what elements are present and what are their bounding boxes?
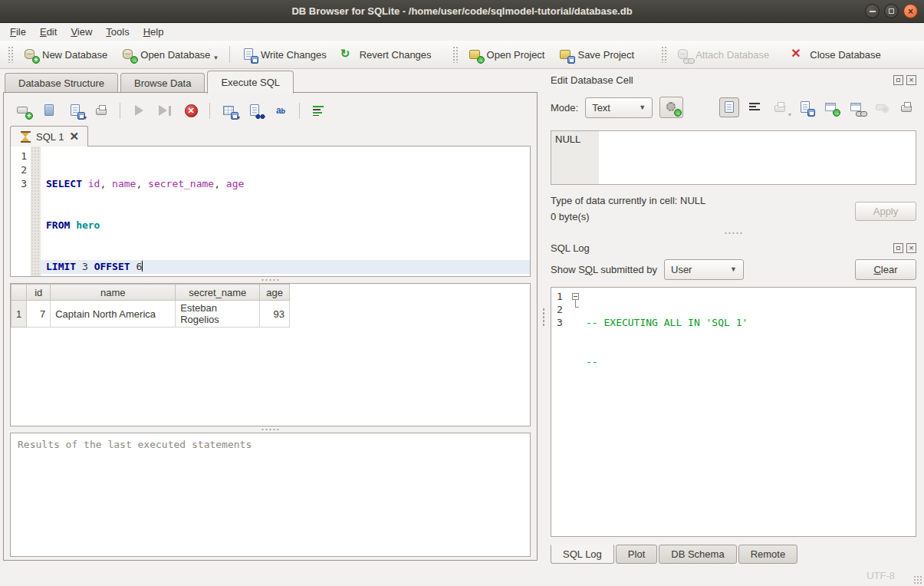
- mode-select[interactable]: Text▼: [585, 97, 653, 118]
- print-sql-button[interactable]: [91, 100, 111, 120]
- sql-tab-label: SQL 1: [36, 131, 64, 143]
- editor-fold-margin: [31, 146, 41, 276]
- toolbar-handle[interactable]: [661, 46, 666, 63]
- menu-tools[interactable]: Tools: [99, 25, 136, 39]
- cell-name[interactable]: Captain North America: [51, 301, 176, 328]
- column-header-age[interactable]: age: [260, 285, 290, 301]
- minimize-button[interactable]: [865, 4, 880, 18]
- menu-edit[interactable]: Edit: [33, 25, 64, 39]
- splitter-editor-results[interactable]: [10, 277, 531, 283]
- statusbar: UTF-8: [0, 565, 924, 586]
- column-header-secret-name[interactable]: secret_name: [176, 285, 260, 301]
- tab-plot[interactable]: Plot: [616, 545, 657, 564]
- open-file-icon: [42, 104, 56, 117]
- log-filter-select[interactable]: User▼: [664, 259, 744, 280]
- sql-1-tab[interactable]: SQL 1 ✕: [10, 126, 88, 146]
- cell-edit-area[interactable]: [599, 131, 916, 184]
- autocomplete-icon: ab: [276, 104, 285, 117]
- tab-remote[interactable]: Remote: [738, 545, 798, 564]
- cell-value-editor[interactable]: NULL: [551, 130, 916, 185]
- log-line: -- EXECUTING ALL IN 'SQL 1': [583, 316, 916, 329]
- sql-editor: 1 2 3 SELECT id, name, secret_name, age …: [10, 146, 531, 277]
- column-header-name[interactable]: name: [51, 285, 176, 301]
- open-sql-file-button[interactable]: [39, 100, 59, 120]
- open-external-button[interactable]: [820, 97, 840, 117]
- save-file-icon: ▾: [68, 104, 82, 117]
- cell-age[interactable]: 93: [260, 301, 290, 328]
- mode-label: Mode:: [551, 102, 578, 114]
- toolbar-separator: [120, 103, 120, 119]
- clear-log-button[interactable]: Clear: [855, 259, 916, 280]
- sql-tab-close-icon[interactable]: ✕: [69, 131, 79, 142]
- open-database-button[interactable]: Open Database ▾: [114, 44, 225, 64]
- close-panel-icon[interactable]: [906, 75, 916, 85]
- new-database-button[interactable]: New Database: [16, 44, 114, 64]
- cell-secret-name[interactable]: Esteban Rogelios: [176, 301, 260, 328]
- attach-database-icon: [676, 48, 690, 61]
- row-number-cell[interactable]: 1: [12, 301, 27, 328]
- close-window-button[interactable]: ×: [903, 4, 918, 18]
- splitter-results-message[interactable]: [10, 426, 531, 433]
- toolbar-handle[interactable]: [8, 46, 13, 63]
- menu-file[interactable]: File: [3, 25, 33, 39]
- toolbar-separator: [209, 103, 210, 119]
- log-line: --: [583, 355, 916, 368]
- cell-id[interactable]: 7: [27, 301, 51, 328]
- revert-changes-button[interactable]: ↻ Revert Changes: [334, 44, 439, 64]
- save-results-button[interactable]: ▾: [219, 100, 238, 120]
- window-title: DB Browser for SQLite - /home/user/code/…: [291, 5, 632, 17]
- gear-icon: [665, 100, 679, 114]
- maximize-button[interactable]: [884, 4, 899, 18]
- log-code-area[interactable]: -- EXECUTING ALL IN 'SQL 1' --: [583, 288, 916, 536]
- log-filter-label: Show SQL submitted by: [551, 264, 657, 275]
- autocomplete-button[interactable]: ab: [271, 100, 291, 120]
- open-database-dropdown-icon[interactable]: ▾: [214, 54, 218, 61]
- tab-browse-data[interactable]: Browse Data: [120, 73, 205, 93]
- apply-settings-button[interactable]: [659, 97, 683, 118]
- word-wrap-button[interactable]: [745, 97, 765, 117]
- code-line: SELECT id, name, secret_name, age: [41, 177, 530, 191]
- resize-grip[interactable]: [913, 575, 922, 584]
- print-cell-button[interactable]: [896, 97, 916, 117]
- export-data-button[interactable]: [795, 97, 815, 117]
- splitter-cell-log[interactable]: [551, 227, 916, 239]
- bottom-tabbar: SQL Log Plot DB Schema Remote: [551, 545, 916, 565]
- open-project-icon: [468, 48, 482, 61]
- new-database-icon: [23, 48, 37, 61]
- tab-sql-log[interactable]: SQL Log: [551, 545, 614, 564]
- attach-database-button: Attach Database: [669, 44, 776, 64]
- log-filter-row: Show SQL submitted by User▼ Clear: [551, 258, 916, 281]
- text-mode-button[interactable]: [719, 97, 739, 117]
- close-database-button[interactable]: ✕ Close Database: [784, 44, 888, 64]
- menu-view[interactable]: View: [64, 25, 99, 39]
- save-sql-file-button[interactable]: ▾: [65, 100, 85, 120]
- word-wrap-icon: [748, 100, 761, 114]
- tab-execute-sql[interactable]: Execute SQL: [207, 71, 294, 94]
- write-changes-button[interactable]: Write Changes: [235, 44, 334, 64]
- execute-all-button: [129, 100, 149, 120]
- save-project-button[interactable]: Save Project: [551, 44, 641, 64]
- main-tabbar: Database Structure Browse Data Execute S…: [0, 69, 541, 93]
- menu-help[interactable]: Help: [136, 25, 171, 39]
- tab-db-schema[interactable]: DB Schema: [659, 545, 736, 564]
- open-project-button[interactable]: Open Project: [461, 44, 552, 64]
- menubar: File Edit View Tools Help: [0, 23, 924, 41]
- toolbar-handle[interactable]: [452, 46, 458, 63]
- tab-database-structure[interactable]: Database Structure: [5, 73, 118, 93]
- sql-log-editor[interactable]: 1 2 3 -- EXECUTING ALL IN 'SQL 1' --: [551, 287, 916, 537]
- sql-log-title: SQL Log: [551, 242, 590, 254]
- cell-info-row: Type of data currently in cell: NULL 0 b…: [551, 195, 916, 227]
- close-panel-icon[interactable]: [906, 243, 916, 253]
- editor-code-area[interactable]: SELECT id, name, secret_name, age FROM h…: [41, 146, 530, 276]
- float-panel-icon[interactable]: [893, 75, 903, 85]
- new-sql-tab-button[interactable]: [13, 100, 33, 120]
- float-panel-icon[interactable]: [893, 243, 903, 253]
- stop-execution-button[interactable]: ✕: [181, 100, 201, 120]
- results-message[interactable]: Results of the last executed statements: [10, 433, 531, 557]
- format-sql-button[interactable]: [308, 100, 328, 120]
- find-button[interactable]: [245, 100, 265, 120]
- column-header-id[interactable]: id: [27, 285, 51, 301]
- row-number-header: [12, 285, 27, 301]
- link-button[interactable]: [846, 97, 866, 117]
- fold-collapse-icon[interactable]: [572, 293, 579, 300]
